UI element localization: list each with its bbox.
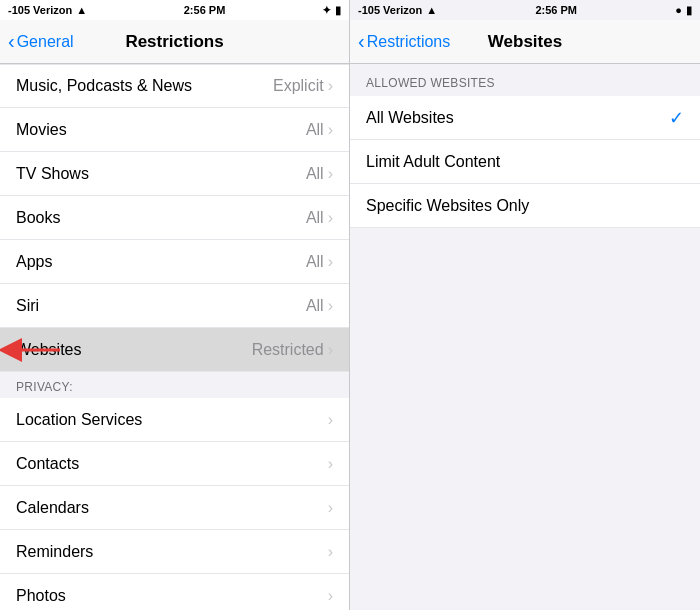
back-label-right: Restrictions <box>367 33 451 51</box>
left-panel: -105 Verizon ▲ 2:56 PM ✦ ▮ ‹ General Res… <box>0 0 350 610</box>
contacts-chevron: › <box>328 455 333 473</box>
content-group: Music, Podcasts & News Explicit › Movies… <box>0 64 349 372</box>
back-chevron-right: ‹ <box>358 31 365 51</box>
movies-right: All › <box>306 121 333 139</box>
books-cell[interactable]: Books All › <box>0 196 349 240</box>
websites-label: Websites <box>16 341 82 359</box>
specific-websites-label: Specific Websites Only <box>366 197 529 215</box>
movies-value: All <box>306 121 324 139</box>
books-label: Books <box>16 209 60 227</box>
siri-right: All › <box>306 297 333 315</box>
websites-right: Restricted › <box>252 341 333 359</box>
music-chevron: › <box>328 77 333 95</box>
nav-bar-left: ‹ General Restrictions <box>0 20 349 64</box>
nav-title-right: Websites <box>488 32 562 52</box>
bluetooth-icon: ✦ <box>322 4 331 17</box>
books-value: All <box>306 209 324 227</box>
adult-content-label: Limit Adult Content <box>366 153 500 171</box>
websites-value: Restricted <box>252 341 324 359</box>
status-left: -105 Verizon ▲ <box>8 4 87 16</box>
music-value: Explicit <box>273 77 324 95</box>
books-chevron: › <box>328 209 333 227</box>
allowed-websites-header: ALLOWED WEBSITES <box>350 64 700 96</box>
carrier-label-right: -105 Verizon <box>358 4 422 16</box>
privacy-header: PRIVACY: <box>0 372 349 398</box>
status-bar-right: -105 Verizon ▲ 2:56 PM ● ▮ <box>350 0 700 20</box>
apps-cell[interactable]: Apps All › <box>0 240 349 284</box>
battery-icon: ▮ <box>335 4 341 17</box>
specific-websites-cell[interactable]: Specific Websites Only <box>350 184 700 228</box>
tvshows-cell[interactable]: TV Shows All › <box>0 152 349 196</box>
allowed-websites-group: ALLOWED WEBSITES All Websites ✓ Limit Ad… <box>350 64 700 228</box>
calendars-label: Calendars <box>16 499 89 517</box>
back-chevron-left: ‹ <box>8 31 15 51</box>
apps-chevron: › <box>328 253 333 271</box>
reminders-cell[interactable]: Reminders › <box>0 530 349 574</box>
status-left-right: -105 Verizon ▲ <box>358 4 437 16</box>
status-bar-left: -105 Verizon ▲ 2:56 PM ✦ ▮ <box>0 0 349 20</box>
bluetooth-icon-right: ● <box>675 4 682 16</box>
tvshows-chevron: › <box>328 165 333 183</box>
back-button-left[interactable]: ‹ General <box>8 32 74 51</box>
time-left: 2:56 PM <box>184 4 226 16</box>
apps-label: Apps <box>16 253 52 271</box>
reminders-label: Reminders <box>16 543 93 561</box>
adult-content-cell[interactable]: Limit Adult Content <box>350 140 700 184</box>
contacts-label: Contacts <box>16 455 79 473</box>
wifi-icon: ▲ <box>76 4 87 16</box>
siri-cell[interactable]: Siri All › <box>0 284 349 328</box>
movies-label: Movies <box>16 121 67 139</box>
nav-bar-right: ‹ Restrictions Websites <box>350 20 700 64</box>
siri-label: Siri <box>16 297 39 315</box>
siri-chevron: › <box>328 297 333 315</box>
music-cell[interactable]: Music, Podcasts & News Explicit › <box>0 64 349 108</box>
settings-list-left: Music, Podcasts & News Explicit › Movies… <box>0 64 349 610</box>
books-right: All › <box>306 209 333 227</box>
back-label-left: General <box>17 33 74 51</box>
tvshows-label: TV Shows <box>16 165 89 183</box>
privacy-group: PRIVACY: Location Services › Contacts › … <box>0 372 349 610</box>
tvshows-right: All › <box>306 165 333 183</box>
location-label: Location Services <box>16 411 142 429</box>
location-cell[interactable]: Location Services › <box>0 398 349 442</box>
all-websites-label: All Websites <box>366 109 454 127</box>
calendars-cell[interactable]: Calendars › <box>0 486 349 530</box>
photos-chevron: › <box>328 587 333 605</box>
calendars-chevron: › <box>328 499 333 517</box>
location-chevron: › <box>328 411 333 429</box>
status-right-left: ✦ ▮ <box>322 4 341 17</box>
all-websites-checkmark: ✓ <box>669 107 684 129</box>
nav-title-left: Restrictions <box>125 32 223 52</box>
battery-icon-right: ▮ <box>686 4 692 17</box>
siri-value: All <box>306 297 324 315</box>
music-right: Explicit › <box>273 77 333 95</box>
contacts-cell[interactable]: Contacts › <box>0 442 349 486</box>
movies-chevron: › <box>328 121 333 139</box>
photos-cell[interactable]: Photos › <box>0 574 349 610</box>
wifi-icon-right: ▲ <box>426 4 437 16</box>
all-websites-cell[interactable]: All Websites ✓ <box>350 96 700 140</box>
music-label: Music, Podcasts & News <box>16 77 192 95</box>
photos-label: Photos <box>16 587 66 605</box>
websites-chevron: › <box>328 341 333 359</box>
websites-list: ALLOWED WEBSITES All Websites ✓ Limit Ad… <box>350 64 700 610</box>
websites-cell[interactable]: Websites Restricted › <box>0 328 349 372</box>
apps-value: All <box>306 253 324 271</box>
carrier-label: -105 Verizon <box>8 4 72 16</box>
time-right: 2:56 PM <box>535 4 577 16</box>
status-right-right: ● ▮ <box>675 4 692 17</box>
back-button-right[interactable]: ‹ Restrictions <box>358 32 450 51</box>
tvshows-value: All <box>306 165 324 183</box>
right-panel: -105 Verizon ▲ 2:56 PM ● ▮ ‹ Restriction… <box>350 0 700 610</box>
apps-right: All › <box>306 253 333 271</box>
movies-cell[interactable]: Movies All › <box>0 108 349 152</box>
reminders-chevron: › <box>328 543 333 561</box>
